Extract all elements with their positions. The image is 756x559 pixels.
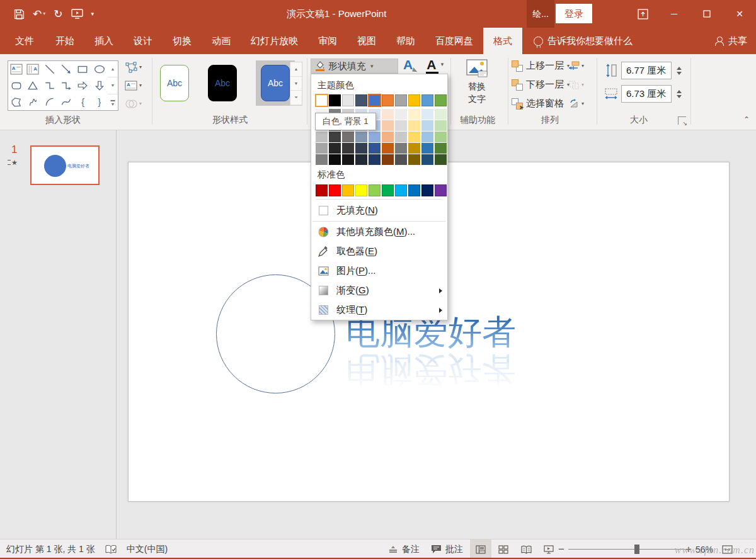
panel-divider[interactable] [116, 130, 117, 539]
theme-color-swatch[interactable] [316, 94, 328, 106]
shape-style-preview[interactable]: Abc [208, 65, 237, 101]
slideshow-view-button[interactable] [538, 539, 559, 559]
proofing-icon[interactable] [105, 545, 117, 554]
edit-shape-button[interactable]: ▾ [123, 59, 149, 75]
theme-color-swatch[interactable] [435, 94, 447, 106]
theme-variant-swatch[interactable] [435, 109, 447, 120]
width-input[interactable]: 6.73 厘米 [621, 85, 672, 103]
fill-menu-item-gradient[interactable]: 渐变(G) [311, 281, 447, 300]
theme-variant-swatch[interactable] [435, 143, 447, 154]
shape-textbox-v[interactable]: A [25, 61, 41, 77]
theme-variant-swatch[interactable] [408, 143, 420, 154]
theme-variant-swatch[interactable] [435, 120, 447, 131]
standard-color-swatch[interactable] [355, 184, 367, 196]
zoom-slider-thumb[interactable] [634, 545, 639, 554]
tab-design[interactable]: 设计 [123, 28, 163, 54]
theme-variant-swatch[interactable] [395, 109, 407, 120]
zoom-in-button[interactable]: + [685, 539, 692, 559]
tab-transitions[interactable]: 切换 [163, 28, 202, 54]
notes-button[interactable]: 备注 [388, 539, 420, 559]
theme-variant-swatch[interactable] [382, 132, 394, 142]
collapse-ribbon-icon[interactable]: ⌃ [741, 116, 752, 125]
theme-variant-swatch[interactable] [395, 154, 407, 165]
theme-variant-swatch[interactable] [369, 154, 381, 165]
shape-down-arrow[interactable] [91, 77, 108, 94]
tab-format[interactable]: 格式 [483, 28, 522, 54]
theme-variant-swatch[interactable] [342, 154, 354, 165]
minimize-button[interactable]: ─ [658, 0, 690, 28]
scroll-up-icon[interactable]: ▲ [108, 61, 118, 77]
text-fill-icon[interactable]: A [403, 58, 413, 71]
zoom-percent[interactable]: 56% [696, 539, 713, 559]
standard-color-swatch[interactable] [329, 184, 341, 196]
tab-animations[interactable]: 动画 [202, 28, 241, 54]
theme-variant-swatch[interactable] [342, 143, 354, 154]
tab-review[interactable]: 审阅 [308, 28, 347, 54]
send-backward-button[interactable]: 下移一层▾ [512, 77, 570, 93]
theme-variant-swatch[interactable] [329, 154, 341, 165]
tab-baidu-netdisk[interactable]: 百度网盘 [425, 28, 483, 54]
theme-variant-swatch[interactable] [421, 109, 433, 120]
standard-color-swatch[interactable] [382, 184, 394, 196]
shape-styles-scrollbar[interactable]: ▲ ▼ ⏷ [290, 62, 302, 106]
theme-variant-swatch[interactable] [408, 154, 420, 165]
close-button[interactable]: ✕ [723, 0, 756, 28]
standard-color-swatch[interactable] [342, 184, 354, 196]
redo-icon[interactable]: ↻ [54, 9, 62, 20]
shape-elbow-arrow[interactable] [58, 77, 74, 94]
theme-color-swatch[interactable] [382, 94, 394, 106]
standard-color-swatch[interactable] [435, 184, 447, 196]
theme-variant-swatch[interactable] [435, 154, 447, 165]
rotate-button[interactable]: ▾ [568, 96, 584, 111]
zoom-out-button[interactable]: − [558, 539, 564, 559]
shape-arrow[interactable] [58, 61, 74, 77]
shape-style-preview[interactable]: Abc [160, 65, 189, 101]
width-spinner[interactable] [677, 90, 682, 98]
shape-scribble[interactable] [25, 94, 41, 110]
theme-variant-swatch[interactable] [355, 132, 367, 142]
theme-variant-swatch[interactable] [342, 132, 354, 142]
shape-oval[interactable] [91, 61, 108, 77]
theme-variant-swatch[interactable] [435, 132, 447, 142]
theme-variant-swatch[interactable] [395, 143, 407, 154]
height-spinner[interactable] [677, 67, 682, 75]
shape-curve[interactable] [58, 94, 74, 110]
theme-variant-swatch[interactable] [316, 154, 328, 165]
tab-insert[interactable]: 插入 [84, 28, 123, 54]
theme-variant-swatch[interactable] [421, 120, 433, 131]
tab-view[interactable]: 视图 [347, 28, 386, 54]
theme-color-swatch[interactable] [329, 94, 341, 106]
theme-variant-swatch[interactable] [382, 143, 394, 154]
ribbon-display-options-icon[interactable] [627, 0, 658, 28]
shape-style-preview-selected[interactable]: Abc [256, 60, 295, 106]
size-dialog-launcher-icon[interactable] [678, 116, 686, 125]
shape-fill-button[interactable]: 形状填充 ▾ [311, 59, 398, 74]
start-slideshow-icon[interactable] [71, 9, 83, 19]
language-indicator[interactable]: 中文(中国) [127, 544, 168, 555]
maximize-button[interactable] [690, 0, 723, 28]
shapes-gallery-scrollbar[interactable]: ▲ ▼ ▬▼ [108, 60, 118, 111]
theme-variant-swatch[interactable] [408, 132, 420, 142]
tab-home[interactable]: 开始 [45, 28, 84, 54]
theme-variant-swatch[interactable] [408, 109, 420, 120]
fill-menu-item-color-wheel[interactable]: 其他填充颜色(M)... [311, 222, 447, 242]
tell-me-box[interactable]: 告诉我你想要做什么 [525, 28, 641, 54]
theme-color-swatch[interactable] [342, 94, 354, 106]
theme-variant-swatch[interactable] [329, 143, 341, 154]
theme-variant-swatch[interactable] [382, 120, 394, 131]
theme-variant-swatch[interactable] [369, 143, 381, 154]
shape-round-rect[interactable] [8, 77, 25, 94]
theme-variant-swatch[interactable] [421, 132, 433, 142]
fill-menu-item-picture[interactable]: 图片(P)... [311, 261, 447, 281]
theme-variant-swatch[interactable] [316, 143, 328, 154]
align-button[interactable]: ▾ [568, 58, 584, 74]
shape-arc[interactable] [42, 94, 58, 110]
shape-freeform[interactable] [8, 94, 25, 110]
bring-forward-button[interactable]: 上移一层▾ [512, 58, 570, 74]
tab-file[interactable]: 文件 [4, 28, 45, 54]
standard-color-swatch[interactable] [369, 184, 381, 196]
zoom-slider[interactable] [568, 549, 685, 550]
theme-variant-swatch[interactable] [395, 120, 407, 131]
slide-sorter-view-button[interactable] [493, 539, 514, 559]
slide-thumbnail[interactable]: 电脑爱好者 [30, 145, 100, 185]
